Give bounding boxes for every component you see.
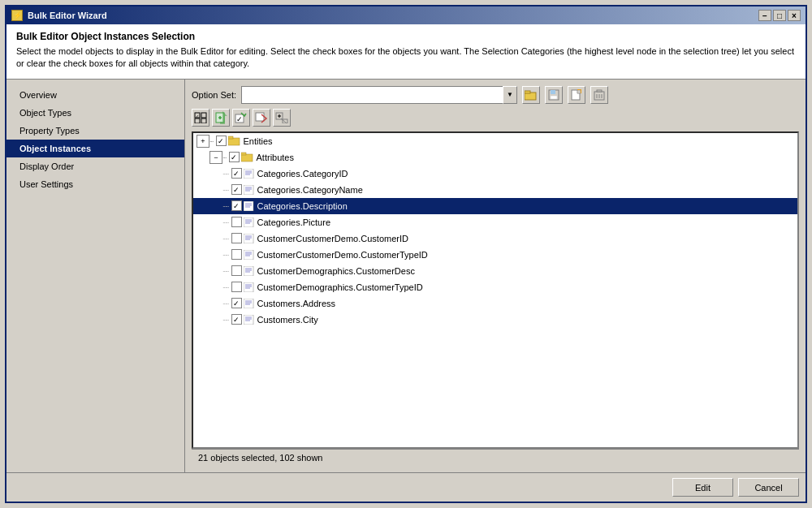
svg-text:✓: ✓ [236, 115, 243, 123]
svg-rect-72 [244, 315, 253, 325]
tree-row-cat-categoryname[interactable]: ····· Categories.CategoryName [193, 182, 797, 198]
sidebar-item-object-instances[interactable]: Object Instances [6, 140, 184, 157]
doc-icon [244, 201, 255, 211]
tree-row-cat-categoryid[interactable]: ····· Categories.CategoryID [193, 166, 797, 182]
attributes-checkbox[interactable] [229, 152, 240, 162]
svg-rect-64 [244, 282, 253, 292]
doc-icon [244, 250, 255, 260]
sidebar-item-object-types[interactable]: Object Types [6, 104, 184, 122]
tree-row-cat-picture[interactable]: ····· Categories.Picture [193, 214, 797, 230]
new-button[interactable] [568, 86, 585, 104]
doc-icon [244, 169, 255, 179]
svg-rect-16 [201, 113, 206, 118]
custdemo-typeid-label: CustomerCustomerDemo.CustomerTypeID [257, 250, 428, 260]
custdemo-customerid-label: CustomerCustomerDemo.CustomerID [257, 234, 408, 243]
header-section: Bulk Editor Object Instances Selection S… [6, 24, 806, 80]
select-dropdown-arrow[interactable]: ▼ [503, 86, 517, 104]
folder-icon [241, 152, 254, 163]
cat-description-checkbox[interactable] [231, 200, 242, 211]
sidebar-item-user-settings[interactable]: User Settings [6, 175, 184, 193]
tree-row-custdemo-typeid[interactable]: ····· CustomerCustomerDemo.CustomerTypeI… [193, 247, 797, 263]
sidebar-item-display-order[interactable]: Display Order [6, 157, 184, 175]
custdemo-typeid-checkbox[interactable] [231, 249, 242, 260]
expand-button[interactable] [273, 109, 291, 127]
cancel-button[interactable]: Cancel [738, 478, 799, 497]
option-set-select-wrapper: ▼ [241, 86, 517, 104]
svg-rect-9 [581, 89, 581, 93]
svg-rect-35 [241, 153, 246, 155]
doc-icon [244, 185, 255, 195]
cat-categoryname-checkbox[interactable] [231, 184, 242, 195]
tree-row-entities[interactable]: + ··· Entities [193, 133, 797, 149]
svg-rect-44 [244, 201, 253, 211]
tree-row-customers-city[interactable]: ····· Customers.City [193, 312, 797, 328]
cat-categoryid-checkbox[interactable] [231, 168, 242, 179]
header-description: Select the model objects to display in t… [16, 45, 796, 71]
entities-label: Entities [244, 136, 273, 146]
content-area: Option Set: ▼ [185, 80, 806, 472]
sidebar-item-property-types[interactable]: Property Types [6, 122, 184, 140]
title-bar-buttons: − □ × [758, 10, 801, 21]
svg-rect-48 [244, 217, 253, 227]
add-button[interactable] [212, 109, 230, 127]
svg-rect-56 [244, 250, 253, 260]
svg-rect-33 [228, 136, 233, 139]
cat-categoryname-label: Categories.CategoryName [257, 185, 363, 195]
edit-button[interactable]: Edit [672, 478, 733, 497]
svg-rect-11 [597, 90, 602, 92]
svg-rect-32 [228, 138, 240, 145]
svg-rect-18 [201, 118, 206, 123]
select-all-button[interactable]: ✓ [192, 109, 209, 127]
title-bar-left: ⚡ Bulk Editor Wizard [11, 10, 107, 21]
window-title: Bulk Editor Wizard [28, 11, 107, 20]
doc-icon [244, 315, 255, 325]
attributes-label: Attributes [257, 153, 294, 162]
cat-categoryid-label: Categories.CategoryID [257, 169, 348, 179]
svg-rect-4 [551, 96, 557, 99]
minimize-button[interactable]: − [758, 10, 771, 21]
cat-picture-checkbox[interactable] [231, 217, 242, 227]
svg-rect-40 [244, 185, 253, 195]
doc-icon [244, 266, 255, 276]
custdemog-desc-checkbox[interactable] [231, 265, 242, 276]
close-button[interactable]: × [788, 10, 801, 21]
customers-address-checkbox[interactable] [231, 298, 242, 308]
open-folder-button[interactable] [522, 86, 540, 104]
svg-text:✓: ✓ [196, 114, 199, 118]
doc-icon [244, 299, 255, 308]
tree-row-cat-description[interactable]: ····· Categories.Description [193, 198, 797, 214]
tree-row-custdemog-typeid[interactable]: ····· CustomerDemographics.CustomerTypeI… [193, 279, 797, 295]
delete-button[interactable] [590, 86, 608, 104]
option-set-label: Option Set: [192, 90, 236, 100]
entities-checkbox[interactable] [216, 136, 227, 146]
header-title: Bulk Editor Object Instances Selection [16, 31, 796, 42]
save-button[interactable] [545, 86, 563, 104]
svg-rect-52 [244, 234, 253, 243]
sidebar-item-overview[interactable]: Overview [6, 86, 184, 104]
svg-rect-60 [244, 266, 253, 276]
customers-city-checkbox[interactable] [231, 314, 242, 325]
maximize-button[interactable]: □ [773, 10, 786, 21]
option-set-select[interactable] [241, 86, 517, 104]
tree-row-attributes[interactable]: − ··· Attributes [193, 149, 797, 166]
tree-container[interactable]: + ··· Entities − ··· [192, 131, 799, 449]
svg-rect-17 [195, 118, 200, 123]
tree-row-customers-address[interactable]: ····· Customers.Address [193, 295, 797, 312]
svg-rect-31 [283, 119, 287, 123]
entities-expander[interactable]: + [197, 135, 209, 148]
tree-row-custdemog-desc[interactable]: ····· CustomerDemographics.CustomerDesc [193, 263, 797, 279]
main-window: ⚡ Bulk Editor Wizard − □ × Bulk Editor O… [5, 5, 807, 503]
svg-rect-1 [525, 91, 530, 93]
uncheck-all-button[interactable] [253, 109, 270, 127]
custdemog-typeid-checkbox[interactable] [231, 282, 242, 292]
check-all-button[interactable]: ✓ [232, 109, 250, 127]
attributes-expander[interactable]: − [209, 151, 222, 164]
custdemo-customerid-checkbox[interactable] [231, 233, 242, 243]
option-set-row: Option Set: ▼ [192, 86, 799, 104]
status-bar: 21 objects selected, 102 shown [192, 449, 799, 466]
doc-icon [244, 234, 255, 243]
customers-address-label: Customers.Address [257, 299, 336, 308]
main-area: Overview Object Types Property Types Obj… [6, 80, 806, 472]
toolbar-row: ✓ ✓ [192, 109, 799, 127]
tree-row-custdemo-customerid[interactable]: ····· CustomerCustomerDemo.CustomerID [193, 230, 797, 247]
